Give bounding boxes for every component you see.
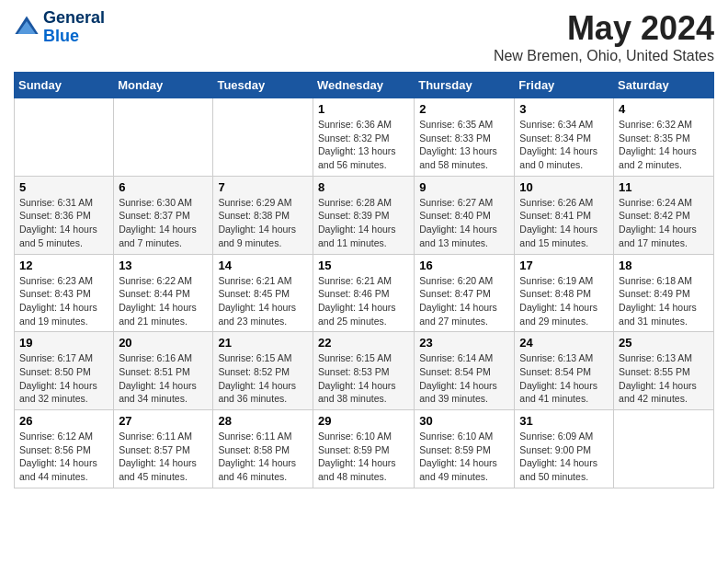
- calendar-cell: 28Sunrise: 6:11 AMSunset: 8:58 PMDayligh…: [213, 410, 313, 488]
- calendar-cell: 6Sunrise: 6:30 AMSunset: 8:37 PMDaylight…: [114, 176, 213, 254]
- calendar-cell: 29Sunrise: 6:10 AMSunset: 8:59 PMDayligh…: [313, 410, 414, 488]
- day-number: 29: [318, 414, 409, 428]
- day-info: Sunrise: 6:20 AMSunset: 8:47 PMDaylight:…: [419, 274, 509, 328]
- calendar-cell: [114, 98, 213, 177]
- calendar-cell: 1Sunrise: 6:36 AMSunset: 8:32 PMDaylight…: [313, 98, 414, 177]
- calendar-cell: 15Sunrise: 6:21 AMSunset: 8:46 PMDayligh…: [313, 254, 414, 332]
- day-number: 11: [619, 180, 709, 194]
- day-info: Sunrise: 6:15 AMSunset: 8:53 PMDaylight:…: [318, 351, 409, 406]
- day-info: Sunrise: 6:29 AMSunset: 8:38 PMDaylight:…: [218, 196, 308, 250]
- week-row-5: 26Sunrise: 6:12 AMSunset: 8:56 PMDayligh…: [15, 410, 714, 488]
- day-info: Sunrise: 6:27 AMSunset: 8:40 PMDaylight:…: [419, 196, 509, 250]
- calendar-cell: 7Sunrise: 6:29 AMSunset: 8:38 PMDaylight…: [213, 176, 313, 254]
- calendar-cell: 17Sunrise: 6:19 AMSunset: 8:48 PMDayligh…: [515, 254, 614, 332]
- day-info: Sunrise: 6:36 AMSunset: 8:32 PMDaylight:…: [318, 118, 409, 172]
- header-cell-thursday: Thursday: [415, 73, 515, 98]
- day-number: 26: [19, 414, 108, 428]
- day-number: 16: [419, 259, 509, 272]
- day-info: Sunrise: 6:18 AMSunset: 8:49 PMDaylight:…: [619, 274, 709, 328]
- day-number: 27: [119, 414, 208, 428]
- calendar-title: May 2024: [494, 9, 714, 48]
- header-cell-tuesday: Tuesday: [213, 73, 313, 98]
- day-number: 18: [619, 259, 709, 272]
- calendar-cell: 10Sunrise: 6:26 AMSunset: 8:41 PMDayligh…: [515, 176, 614, 254]
- day-info: Sunrise: 6:14 AMSunset: 8:54 PMDaylight:…: [419, 351, 509, 406]
- day-number: 6: [119, 180, 208, 194]
- day-number: 4: [619, 102, 709, 116]
- calendar-cell: 16Sunrise: 6:20 AMSunset: 8:47 PMDayligh…: [415, 254, 515, 332]
- calendar-cell: 20Sunrise: 6:16 AMSunset: 8:51 PMDayligh…: [114, 332, 213, 410]
- day-info: Sunrise: 6:17 AMSunset: 8:50 PMDaylight:…: [19, 351, 108, 406]
- week-row-4: 19Sunrise: 6:17 AMSunset: 8:50 PMDayligh…: [15, 332, 714, 410]
- calendar-cell: 31Sunrise: 6:09 AMSunset: 9:00 PMDayligh…: [515, 410, 614, 488]
- day-number: 2: [419, 102, 509, 116]
- day-number: 9: [419, 180, 509, 194]
- day-number: 12: [19, 259, 108, 272]
- day-info: Sunrise: 6:21 AMSunset: 8:45 PMDaylight:…: [218, 274, 308, 328]
- calendar-cell: 11Sunrise: 6:24 AMSunset: 8:42 PMDayligh…: [614, 176, 714, 254]
- day-info: Sunrise: 6:31 AMSunset: 8:36 PMDaylight:…: [19, 196, 108, 250]
- day-number: 21: [218, 336, 308, 350]
- title-area: May 2024 New Bremen, Ohio, United States: [494, 9, 714, 64]
- day-info: Sunrise: 6:13 AMSunset: 8:54 PMDaylight:…: [519, 351, 609, 406]
- day-info: Sunrise: 6:16 AMSunset: 8:51 PMDaylight:…: [119, 351, 208, 406]
- calendar-cell: 27Sunrise: 6:11 AMSunset: 8:57 PMDayligh…: [114, 410, 213, 488]
- day-info: Sunrise: 6:35 AMSunset: 8:33 PMDaylight:…: [419, 118, 509, 172]
- day-number: 3: [519, 102, 609, 116]
- day-number: 24: [519, 336, 609, 350]
- day-info: Sunrise: 6:28 AMSunset: 8:39 PMDaylight:…: [318, 196, 409, 250]
- header-cell-friday: Friday: [515, 73, 614, 98]
- day-info: Sunrise: 6:21 AMSunset: 8:46 PMDaylight:…: [318, 274, 409, 328]
- day-number: 15: [318, 259, 409, 272]
- day-number: 22: [318, 336, 409, 350]
- day-info: Sunrise: 6:11 AMSunset: 8:57 PMDaylight:…: [119, 430, 208, 484]
- logo-line1: General: [43, 9, 105, 28]
- calendar-cell: 4Sunrise: 6:32 AMSunset: 8:35 PMDaylight…: [614, 98, 714, 177]
- day-number: 30: [419, 414, 509, 428]
- day-number: 5: [19, 180, 108, 194]
- day-info: Sunrise: 6:09 AMSunset: 9:00 PMDaylight:…: [519, 430, 609, 484]
- calendar-table: SundayMondayTuesdayWednesdayThursdayFrid…: [14, 72, 714, 488]
- logo-icon: [14, 15, 40, 40]
- logo-line2: Blue: [43, 28, 105, 46]
- calendar-cell: 2Sunrise: 6:35 AMSunset: 8:33 PMDaylight…: [415, 98, 515, 177]
- day-number: 7: [218, 180, 308, 194]
- calendar-cell: 5Sunrise: 6:31 AMSunset: 8:36 PMDaylight…: [15, 176, 114, 254]
- day-info: Sunrise: 6:32 AMSunset: 8:35 PMDaylight:…: [619, 118, 709, 172]
- calendar-cell: 8Sunrise: 6:28 AMSunset: 8:39 PMDaylight…: [313, 176, 414, 254]
- header-cell-sunday: Sunday: [15, 73, 114, 98]
- day-info: Sunrise: 6:24 AMSunset: 8:42 PMDaylight:…: [619, 196, 709, 250]
- calendar-subtitle: New Bremen, Ohio, United States: [494, 48, 714, 64]
- calendar-cell: 23Sunrise: 6:14 AMSunset: 8:54 PMDayligh…: [415, 332, 515, 410]
- day-info: Sunrise: 6:23 AMSunset: 8:43 PMDaylight:…: [19, 274, 108, 328]
- day-number: 20: [119, 336, 208, 350]
- day-number: 17: [519, 259, 609, 272]
- calendar-cell: 9Sunrise: 6:27 AMSunset: 8:40 PMDaylight…: [415, 176, 515, 254]
- day-number: 28: [218, 414, 308, 428]
- calendar-cell: 22Sunrise: 6:15 AMSunset: 8:53 PMDayligh…: [313, 332, 414, 410]
- day-number: 8: [318, 180, 409, 194]
- week-row-2: 5Sunrise: 6:31 AMSunset: 8:36 PMDaylight…: [15, 176, 714, 254]
- day-number: 19: [19, 336, 108, 350]
- calendar-cell: [15, 98, 114, 177]
- day-info: Sunrise: 6:11 AMSunset: 8:58 PMDaylight:…: [218, 430, 308, 484]
- calendar-body: 1Sunrise: 6:36 AMSunset: 8:32 PMDaylight…: [15, 98, 714, 488]
- day-number: 14: [218, 259, 308, 272]
- day-info: Sunrise: 6:22 AMSunset: 8:44 PMDaylight:…: [119, 274, 208, 328]
- day-number: 31: [519, 414, 609, 428]
- day-info: Sunrise: 6:15 AMSunset: 8:52 PMDaylight:…: [218, 351, 308, 406]
- day-info: Sunrise: 6:13 AMSunset: 8:55 PMDaylight:…: [619, 351, 709, 406]
- day-number: 10: [519, 180, 609, 194]
- day-info: Sunrise: 6:10 AMSunset: 8:59 PMDaylight:…: [318, 430, 409, 484]
- calendar-cell: 3Sunrise: 6:34 AMSunset: 8:34 PMDaylight…: [515, 98, 614, 177]
- header-cell-wednesday: Wednesday: [313, 73, 414, 98]
- calendar-cell: 26Sunrise: 6:12 AMSunset: 8:56 PMDayligh…: [15, 410, 114, 488]
- day-info: Sunrise: 6:34 AMSunset: 8:34 PMDaylight:…: [519, 118, 609, 172]
- day-number: 25: [619, 336, 709, 350]
- calendar-cell: 21Sunrise: 6:15 AMSunset: 8:52 PMDayligh…: [213, 332, 313, 410]
- calendar-cell: [614, 410, 714, 488]
- week-row-1: 1Sunrise: 6:36 AMSunset: 8:32 PMDaylight…: [15, 98, 714, 177]
- calendar-cell: 14Sunrise: 6:21 AMSunset: 8:45 PMDayligh…: [213, 254, 313, 332]
- week-row-3: 12Sunrise: 6:23 AMSunset: 8:43 PMDayligh…: [15, 254, 714, 332]
- logo: General Blue: [14, 9, 105, 46]
